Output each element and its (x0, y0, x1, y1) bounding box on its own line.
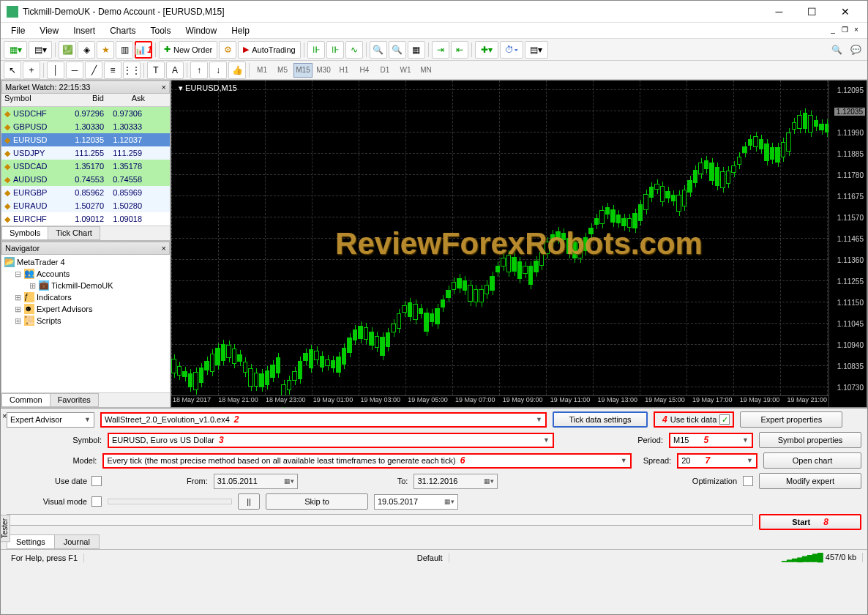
menu-help[interactable]: Help (224, 24, 257, 37)
skip-date[interactable]: 19.05.2017▦▾ (374, 494, 458, 510)
tester-panel-label[interactable]: Tester (0, 515, 10, 542)
tf-d1[interactable]: D1 (375, 63, 394, 78)
hline-icon[interactable]: ─ (66, 61, 83, 79)
bar-chart-icon[interactable]: ⊪ (307, 41, 325, 59)
tab-tick-chart[interactable]: Tick Chart (48, 226, 100, 240)
from-date[interactable]: 31.05.2011▦▾ (214, 474, 298, 489)
expert-properties-button[interactable]: Expert properties (740, 411, 842, 428)
maximize-button[interactable]: ☐ (796, 1, 828, 22)
terminal-icon[interactable]: ▥ (116, 41, 133, 59)
menu-window[interactable]: Window (179, 24, 225, 37)
label-icon[interactable]: A (166, 61, 184, 79)
tf-m15[interactable]: M15 (293, 63, 313, 78)
symbol-properties-button[interactable]: Symbol properties (759, 432, 861, 448)
channel-icon[interactable]: ≡ (104, 61, 121, 79)
shift-icon[interactable]: ⇤ (451, 41, 468, 59)
tf-h1[interactable]: H1 (334, 63, 353, 78)
menu-file[interactable]: File (4, 24, 32, 37)
period-dropdown[interactable]: M155▼ (669, 433, 753, 448)
market-watch-row[interactable]: ◆AUDUSD0.745530.74558 (1, 173, 170, 186)
tab-favorites[interactable]: Favorites (50, 393, 99, 407)
periodicity-icon[interactable]: ⏱▾ (500, 41, 523, 59)
data-window-icon[interactable]: ◈ (78, 41, 95, 59)
market-watch-row[interactable]: ◆EURUSD1.120351.12037 (1, 133, 170, 146)
chat-icon[interactable]: 💬 (847, 41, 864, 59)
vline-icon[interactable]: │ (47, 61, 64, 79)
visual-mode-checkbox[interactable] (91, 496, 102, 507)
profiles-icon[interactable]: ▤▾ (29, 41, 52, 59)
start-button[interactable]: Start8 (759, 514, 861, 530)
market-watch-row[interactable]: ◆USDJPY111.255111.259 (1, 146, 170, 160)
cursor-icon[interactable]: ↖ (4, 61, 21, 79)
market-watch-row[interactable]: ◆USDCAD1.351701.35178 (1, 160, 170, 173)
arrow-icon[interactable]: ↑ (190, 61, 208, 79)
tf-m30[interactable]: M30 (314, 63, 333, 78)
search-icon[interactable]: 🔍 (828, 41, 845, 59)
menu-tools[interactable]: Tools (143, 24, 179, 37)
ea-dropdown[interactable]: WallStreet_2.0_Evolution_v1.0.ex42▼ (100, 412, 547, 428)
tab-symbols[interactable]: Symbols (1, 226, 48, 240)
tree-accounts[interactable]: ⊟👥Accounts (3, 268, 168, 280)
autotrading-button[interactable]: ▶AutoTrading (238, 41, 301, 59)
tf-h4[interactable]: H4 (355, 63, 374, 78)
chart[interactable]: ▾ EURUSD,M15 ReviewForexRobots.com 1.120… (171, 80, 867, 408)
strategy-tester-icon[interactable]: 📊1 (135, 41, 152, 59)
navigator-close-icon[interactable]: × (162, 244, 166, 253)
tab-common[interactable]: Common (1, 393, 50, 407)
candle-chart-icon[interactable]: ⊪ (326, 41, 344, 59)
new-chart-icon[interactable]: ▦▾ (4, 41, 27, 59)
line-chart-icon[interactable]: ∿ (345, 41, 363, 59)
new-order-button[interactable]: ✚New Order (159, 41, 217, 59)
fibo-icon[interactable]: ⋮⋮ (123, 61, 141, 79)
model-dropdown[interactable]: Every tick (the most precise method base… (102, 453, 631, 469)
speed-slider[interactable] (108, 499, 232, 504)
spread-dropdown[interactable]: 207▼ (677, 453, 757, 469)
menu-view[interactable]: View (32, 24, 66, 37)
text-icon[interactable]: T (147, 61, 165, 79)
tf-mn[interactable]: MN (416, 63, 435, 78)
optimization-checkbox[interactable] (743, 476, 753, 486)
modify-expert-button[interactable]: Modify expert (759, 473, 861, 489)
market-watch-close-icon[interactable]: × (162, 83, 166, 92)
tf-w1[interactable]: W1 (396, 63, 415, 78)
tree-scripts[interactable]: ⊞📜Scripts (3, 315, 168, 327)
market-watch-row[interactable]: ◆EURAUD1.502701.50280 (1, 199, 170, 212)
tree-experts[interactable]: ⊞☻Expert Advisors (3, 303, 168, 315)
trendline-icon[interactable]: ╱ (85, 61, 102, 79)
tf-m1[interactable]: M1 (252, 63, 272, 78)
tree-root[interactable]: 📂MetaTrader 4 (3, 256, 168, 268)
mdi-close-icon[interactable]: × (851, 26, 861, 36)
tab-journal[interactable]: Journal (54, 534, 100, 549)
crosshair-icon[interactable]: + (23, 61, 40, 79)
tick-data-settings-button[interactable]: Tick data settings (553, 411, 648, 428)
open-chart-button[interactable]: Open chart (763, 452, 861, 469)
skip-to-button[interactable]: Skip to (266, 493, 368, 510)
market-watch-row[interactable]: ◆EURGBP0.859620.85969 (1, 186, 170, 199)
zoom-out-icon[interactable]: 🔍 (389, 41, 406, 59)
symbol-dropdown[interactable]: EURUSD, Euro vs US Dollar3▼ (108, 433, 554, 448)
tab-settings[interactable]: Settings (7, 534, 55, 549)
templates-icon[interactable]: ▤▾ (525, 41, 548, 59)
thumb-icon[interactable]: 👍 (228, 61, 246, 79)
zoom-in-icon[interactable]: 🔍 (370, 41, 387, 59)
to-date[interactable]: 31.12.2016▦▾ (414, 474, 498, 489)
mdi-min-icon[interactable]: _ (828, 26, 838, 36)
tree-indicators[interactable]: ⊞ƒIndicators (3, 291, 168, 303)
tile-icon[interactable]: ▦ (408, 41, 425, 59)
minimize-button[interactable]: ─ (763, 1, 796, 22)
metaquotes-icon[interactable]: ⚙ (219, 41, 236, 59)
market-watch-row[interactable]: ◆GBPUSD1.303301.30333 (1, 120, 170, 133)
tf-m5[interactable]: M5 (273, 63, 292, 78)
autoscroll-icon[interactable]: ⇥ (432, 41, 449, 59)
market-watch-row[interactable]: ◆EURCHF1.090121.09018 (1, 212, 170, 225)
market-watch-icon[interactable]: 💹 (59, 41, 76, 59)
indicators-icon[interactable]: ✚▾ (475, 41, 498, 59)
pause-button[interactable]: || (238, 493, 260, 510)
arrow-dn-icon[interactable]: ↓ (209, 61, 227, 79)
tree-account-item[interactable]: ⊞💼Tickmill-DemoUK (3, 280, 168, 291)
menu-charts[interactable]: Charts (102, 24, 143, 37)
market-watch-row[interactable]: ◆USDCHF0.972960.97306 (1, 107, 170, 120)
test-type-dropdown[interactable]: Expert Advisor▼ (7, 412, 94, 428)
mdi-max-icon[interactable]: ❐ (839, 26, 850, 36)
menu-insert[interactable]: Insert (66, 24, 102, 37)
